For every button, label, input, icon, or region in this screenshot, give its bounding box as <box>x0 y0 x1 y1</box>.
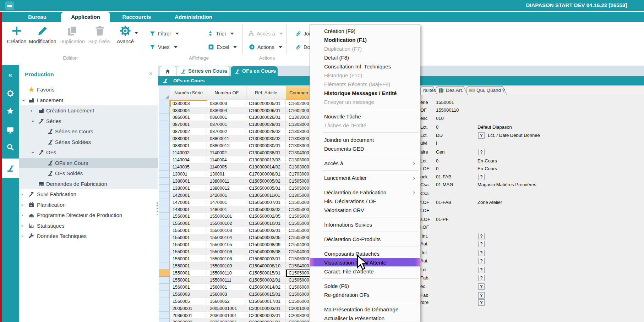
do-button[interactable]: Do <box>295 43 310 52</box>
cell-numero-serie[interactable]: 20360002 <box>170 319 207 322</box>
detail-tab-des-art[interactable]: Des.Art. <box>436 86 468 95</box>
field-label: éc. <box>420 283 426 290</box>
context-menu-item-ma-pr-sentation-de-d-marrage[interactable]: Ma Présentation de Démarrage <box>310 305 420 314</box>
context-menu-item-valorisation-crv[interactable]: Valorisation CRV <box>310 206 420 215</box>
help-button[interactable]: ? <box>478 250 485 256</box>
context-menu-item-d-claration-co-produits[interactable]: Déclaration Co-Produits <box>310 235 420 244</box>
field-label: t.OF <box>420 207 429 214</box>
help-button[interactable]: ? <box>478 299 485 306</box>
acc-s-button[interactable]: Accès à <box>248 29 283 38</box>
column-header-ref-article[interactable]: Réf. Article <box>246 86 286 100</box>
context-menu-item-his-d-clarations-of[interactable]: His. Déclarations / OF <box>310 197 420 206</box>
menu-tab-bureau[interactable]: Bureau <box>21 12 53 22</box>
ribbon-separator <box>286 24 287 54</box>
actions-button[interactable]: Actions <box>249 43 282 52</box>
trier-button[interactable]: Trier <box>207 29 234 38</box>
context-menu-item-d-tail-f8[interactable]: Détail (F8) <box>310 53 420 62</box>
filtrer-button[interactable]: Filtrer <box>149 29 179 38</box>
context-menu-item-solde-f6[interactable]: Solde (F6) <box>310 282 420 290</box>
duplication-button[interactable]: Duplication <box>57 24 87 48</box>
books-icon <box>438 87 444 93</box>
robot-icon <box>162 78 168 84</box>
dropdown-caret-icon <box>230 33 234 35</box>
document-tab-ofs-en-cours[interactable]: OFs en Cours× <box>231 66 278 76</box>
context-menu-item-historique-f10[interactable]: Historique (F10) <box>310 71 420 80</box>
modification-button[interactable]: Modification <box>28 24 58 48</box>
panel-close-icon[interactable]: × <box>149 71 152 77</box>
help-button[interactable]: ? <box>478 241 485 247</box>
cr-ation-button[interactable]: Création <box>2 24 32 48</box>
field-value: 01-FAB <box>436 173 451 181</box>
context-menu-item-nouvelle-t-che[interactable]: Nouvelle Tâche <box>310 112 420 121</box>
menu-tab-raccourcis[interactable]: Raccourcis <box>117 12 156 22</box>
context-menu-item-caract-file-d-attente[interactable]: Caract. File d'Attente <box>310 267 420 276</box>
close-icon[interactable]: × <box>223 68 226 74</box>
view-title: OFs en Cours <box>173 78 205 83</box>
detail-tab-qui-quand[interactable]: Qui, Quand ? <box>466 86 507 95</box>
joi-button[interactable]: Joi <box>295 29 310 38</box>
vues-button[interactable]: Vues <box>149 43 178 52</box>
close-icon[interactable]: × <box>271 68 274 74</box>
sidebar-item-favoris[interactable]: Favoris <box>19 84 158 95</box>
menu-tab-administration[interactable]: Administration <box>170 12 217 22</box>
menu-item-label: Visualisation File d'Attente <box>324 260 386 266</box>
cell-numero-serie[interactable]: 20360001 <box>170 312 207 319</box>
row-selector-cell[interactable] <box>159 312 170 319</box>
context-menu-item-envoyer-un-message[interactable]: Envoyer un message <box>310 98 420 106</box>
dropdown-caret-icon[interactable] <box>135 32 138 34</box>
field-label: .Int. <box>420 233 428 240</box>
help-button[interactable]: ? <box>478 292 485 299</box>
context-menu-item-consultation-inf-techniques[interactable]: Consultation Inf. Techniques <box>310 62 420 71</box>
context-menu-item-lancement-atelier[interactable]: Lancement Atelier <box>310 173 420 182</box>
context-menu-item-informations-suivies[interactable]: Informations Suivies <box>310 220 420 229</box>
column-header-numero-serie[interactable]: Numéro Série <box>170 86 207 100</box>
context-menu-item-acc-s[interactable]: Accès à <box>310 159 420 168</box>
cell-ref-article[interactable]: C200800002/01 <box>246 312 286 319</box>
column-header-numero-of[interactable]: Numéro OF <box>207 86 246 100</box>
context-menu-item-t-ches-de-l-entit[interactable]: Tâches de l'Entité <box>310 121 420 130</box>
actions-icon <box>249 44 255 50</box>
button-label: Création <box>2 39 32 44</box>
context-menu-item-composants-rattach-s[interactable]: Composants Rattachés <box>310 249 420 258</box>
document-tab-s-ries-en-cours[interactable]: Séries en Cours× <box>177 66 229 76</box>
field-label: Lct. <box>420 157 428 165</box>
cell-numero-of[interactable]: 20360001001 <box>207 312 246 319</box>
field-label: t OF <box>420 165 429 172</box>
avanc-button[interactable]: Avancé <box>110 24 140 48</box>
context-menu-item-duplication-f7[interactable]: Duplication (F7) <box>310 44 420 53</box>
cell-ref-article[interactable]: C200800001/01 <box>246 319 286 322</box>
context-menu-item-visualisation-file-d-attente[interactable]: Visualisation File d'Attente <box>310 258 420 267</box>
context-menu-item-el-ments-r-cents-maj-f8[interactable]: Eléments Récents (Maj+F8) <box>310 80 420 89</box>
context-menu-item-re-g-n-ration-ofs[interactable]: Re-génération OFs <box>310 290 420 299</box>
context-menu-item-d-claration-de-fabrication[interactable]: Déclaration de Fabrication <box>310 188 420 197</box>
menu-tab-application[interactable]: Application <box>61 12 110 22</box>
field-description: En-Cours <box>477 165 497 172</box>
help-button[interactable]: ? <box>478 275 485 281</box>
menu-item-label: Composants Rattachés <box>324 251 380 257</box>
help-button[interactable]: ? <box>478 132 485 139</box>
button-label: Excel <box>217 44 229 50</box>
field-value: 0 <box>436 157 438 165</box>
context-menu-item-cr-ation-f9[interactable]: Création (F9) <box>310 27 420 35</box>
grid-corner-cell[interactable] <box>159 86 170 100</box>
context-menu-item-documents-ged[interactable]: Documents GED <box>310 144 420 153</box>
help-button[interactable]: ? <box>478 233 485 239</box>
cell-numero-of[interactable]: 20360002001 <box>207 319 246 322</box>
rail-item-collapse[interactable]: « <box>2 67 19 82</box>
help-button[interactable]: ? <box>478 283 485 290</box>
context-menu-item-joindre-un-document[interactable]: Joindre un document <box>310 135 420 144</box>
field-label: rdre <box>420 299 429 306</box>
context-menu-item-modification-f1[interactable]: Modification (F1) <box>310 35 420 44</box>
help-button[interactable]: ? <box>478 149 485 155</box>
context-menu-item-historique-messages-entit[interactable]: Historique Messages / Entité <box>310 89 420 98</box>
menu-item-label: Informations Suivies <box>324 222 372 228</box>
help-button[interactable]: ? <box>478 174 485 180</box>
row-selector-cell[interactable] <box>159 319 170 322</box>
help-button[interactable]: ? <box>478 258 485 264</box>
ribbon-group-edition: Edition <box>42 55 99 61</box>
help-button[interactable]: ? <box>478 267 485 273</box>
detail-tab-ralit-s[interactable]: ralités <box>420 86 437 95</box>
document-tab-home[interactable] <box>160 66 176 76</box>
context-menu-item-actualiser-la-pr-sentation[interactable]: Actualiser la Présentation <box>310 314 420 322</box>
excel-button[interactable]: Excel <box>208 43 237 52</box>
